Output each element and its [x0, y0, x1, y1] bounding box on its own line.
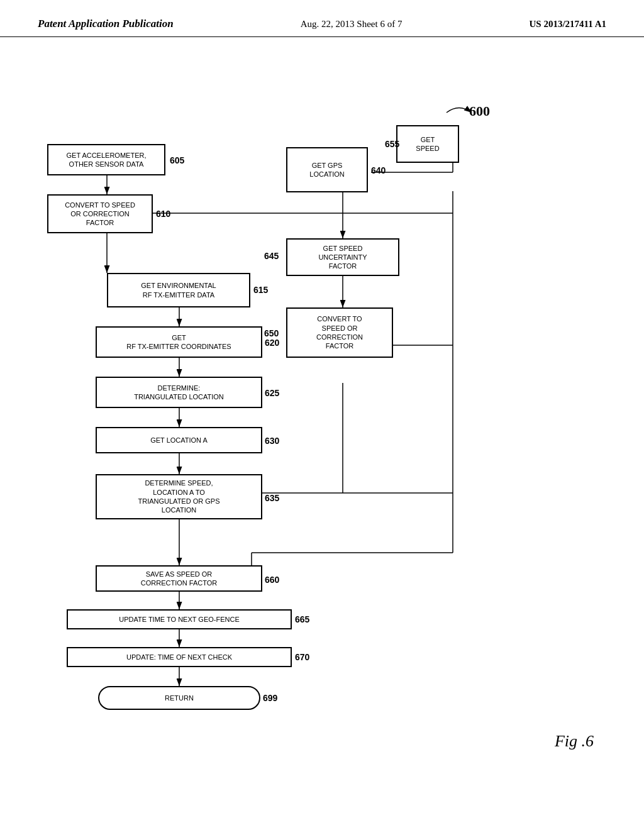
label-645: 645: [264, 251, 279, 261]
label-670: 670: [295, 652, 309, 662]
box-615: GET ENVIRONMENTALRF TX-EMITTER DATA: [107, 273, 250, 307]
label-640: 640: [371, 165, 386, 175]
diagram-title: 600: [469, 103, 490, 119]
label-635: 635: [265, 493, 279, 503]
box-655: GETSPEED: [396, 125, 459, 163]
box-645: GET SPEEDUNCERTAINTYFACTOR: [286, 238, 399, 276]
date-sheet-label: Aug. 22, 2013 Sheet 6 of 7: [301, 18, 402, 30]
box-635: DETERMINE SPEED,LOCATION A TOTRIANGULATE…: [96, 474, 262, 519]
publication-label: Patent Application Publication: [38, 18, 174, 30]
box-665: UPDATE TIME TO NEXT GEO-FENCE: [67, 609, 292, 629]
box-630: GET LOCATION A: [96, 427, 262, 453]
label-655: 655: [385, 139, 399, 149]
label-625: 625: [265, 388, 279, 398]
label-650: 650: [264, 328, 279, 338]
label-665: 665: [295, 614, 309, 624]
label-630: 630: [265, 436, 279, 446]
box-699: RETURN: [98, 686, 260, 710]
box-625: DETERMINE:TRIANGULATED LOCATION: [96, 377, 262, 408]
patent-number-label: US 2013/217411 A1: [529, 18, 606, 30]
box-610: CONVERT TO SPEEDOR CORRECTIONFACTOR: [47, 194, 153, 233]
label-605: 605: [170, 155, 184, 165]
box-620: GETRF TX-EMITTER COORDINATES: [96, 326, 262, 358]
page-header: Patent Application Publication Aug. 22, …: [0, 0, 644, 37]
box-660: SAVE AS SPEED ORCORRECTION FACTOR: [96, 565, 262, 592]
label-660: 660: [265, 575, 279, 585]
label-699: 699: [263, 693, 277, 703]
box-650: CONVERT TOSPEED ORCORRECTIONFACTOR: [286, 307, 393, 358]
fig-label: Fig .6: [555, 732, 594, 751]
label-620: 620: [265, 338, 279, 348]
box-605: GET ACCELEROMETER,OTHER SENSOR DATA: [47, 144, 165, 175]
label-610: 610: [156, 209, 170, 219]
box-640: GET GPSLOCATION: [286, 147, 368, 192]
diagram-area: 600 GET ACCELEROMETER,OTHER SENSOR DATA …: [0, 43, 644, 798]
box-670: UPDATE: TIME OF NEXT CHECK: [67, 647, 292, 667]
label-615: 615: [253, 285, 268, 295]
